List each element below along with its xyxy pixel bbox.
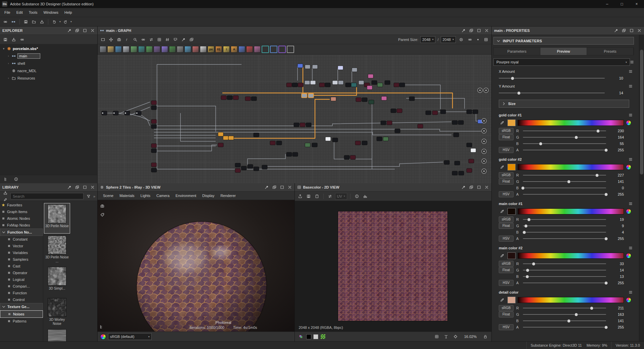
- library-item-3d-worley-noise[interactable]: 3D Worley Noise: [44, 297, 70, 327]
- background-swatch[interactable]: [306, 334, 311, 339]
- size-link-icon[interactable]: /: [437, 38, 438, 42]
- graph-node[interactable]: [459, 171, 464, 175]
- channel-R-value[interactable]: 230: [609, 129, 624, 133]
- grid-icon[interactable]: [156, 36, 163, 43]
- graph-input-node[interactable]: [113, 111, 118, 115]
- axis-icon[interactable]: [443, 333, 449, 340]
- dropper-icon[interactable]: [499, 119, 505, 126]
- channel-R-slider-knob[interactable]: [527, 218, 531, 221]
- close-icon[interactable]: [90, 28, 95, 33]
- graph-node[interactable]: [218, 143, 223, 147]
- dock-icon[interactable]: [188, 36, 195, 43]
- graph-node[interactable]: [308, 94, 314, 98]
- channel-G-value[interactable]: 14: [609, 268, 624, 272]
- channel-A-slider-knob[interactable]: [604, 326, 608, 329]
- y-amount-slider[interactable]: [499, 93, 605, 93]
- graph-node[interactable]: [397, 109, 402, 113]
- menu-windows[interactable]: Windows: [40, 8, 61, 17]
- graph-node[interactable]: [286, 152, 292, 156]
- minimize-button[interactable]: –: [600, 0, 614, 8]
- pin-icon[interactable]: [67, 185, 72, 190]
- maximize-icon[interactable]: [280, 185, 284, 190]
- graph-node[interactable]: [325, 137, 331, 141]
- channel-G-slider-knob[interactable]: [567, 180, 571, 184]
- warp-node-icon[interactable]: [146, 46, 153, 53]
- channel-A-slider[interactable]: [523, 283, 606, 283]
- graph-node[interactable]: [305, 65, 310, 69]
- graph-node[interactable]: [312, 65, 318, 69]
- hue-gradient-bar[interactable]: [518, 208, 624, 214]
- graph-node[interactable]: [454, 161, 460, 165]
- y-amount-slider-knob[interactable]: [517, 91, 521, 95]
- graph-node[interactable]: [473, 110, 478, 114]
- menu-icon[interactable]: [627, 156, 634, 163]
- import-icon[interactable]: [39, 18, 45, 25]
- float-button[interactable]: Float: [499, 311, 514, 317]
- foreground-swatch[interactable]: [313, 334, 318, 339]
- channel-G-slider-knob[interactable]: [575, 136, 578, 139]
- graph-node[interactable]: [381, 121, 386, 125]
- graph-input-node[interactable]: [124, 111, 130, 115]
- channel-G-slider-knob[interactable]: [524, 224, 528, 228]
- channel-A-value[interactable]: 255: [609, 325, 624, 329]
- graph-node[interactable]: [362, 141, 367, 145]
- channel-G-slider-knob[interactable]: [574, 313, 578, 316]
- graph-node[interactable]: [368, 74, 373, 78]
- zoom-lock-icon[interactable]: [482, 333, 489, 340]
- dock-icon[interactable]: [622, 28, 626, 33]
- graph-node[interactable]: [372, 81, 377, 85]
- graph-node[interactable]: [338, 81, 343, 85]
- srgb-button[interactable]: sRGB: [499, 305, 514, 311]
- levels-node-icon[interactable]: [192, 46, 199, 53]
- menu-icon[interactable]: [627, 289, 634, 296]
- parent-height-dropdown[interactable]: 2048▾: [441, 36, 456, 43]
- graph-output-node[interactable]: [484, 88, 488, 93]
- search-icon[interactable]: [132, 36, 139, 43]
- library-item-anisotro-noise[interactable]: Anisotro... Noise: [44, 328, 70, 341]
- channel-A-slider[interactable]: [523, 238, 606, 239]
- menu-file[interactable]: File: [1, 8, 13, 17]
- graph-node[interactable]: [151, 144, 157, 148]
- redo-caret-icon[interactable]: ▾: [70, 20, 72, 23]
- graph-node[interactable]: [254, 133, 259, 137]
- grid-toggle-icon[interactable]: [433, 333, 440, 340]
- tree-icon[interactable]: [3, 176, 9, 183]
- graph-node[interactable]: [444, 160, 449, 164]
- frame-gray-icon[interactable]: [287, 46, 294, 53]
- input-parameters-bar[interactable]: INPUT PARAMETERS: [493, 37, 634, 45]
- graph-output-node[interactable]: [482, 149, 486, 154]
- channel-G-slider[interactable]: [523, 270, 606, 270]
- graph-node[interactable]: [248, 164, 253, 168]
- color-wheel-icon[interactable]: [626, 164, 631, 170]
- float-button[interactable]: Float: [499, 134, 514, 140]
- view3d-viewport[interactable]: Photoreal Iterations: 1000/1000 Time: 4s…: [98, 200, 294, 332]
- dock-icon[interactable]: [75, 28, 79, 33]
- graph-output-node[interactable]: [482, 169, 486, 173]
- close-icon[interactable]: [484, 28, 489, 33]
- dot-icon[interactable]: [475, 36, 481, 43]
- output-node-icon[interactable]: [100, 46, 106, 53]
- graph-node[interactable]: [331, 97, 336, 101]
- graph-node[interactable]: [305, 143, 310, 147]
- dock-icon[interactable]: [272, 185, 277, 190]
- view3d-menu-scene[interactable]: Scene: [100, 194, 116, 198]
- export-icon[interactable]: [297, 193, 304, 200]
- graph-node[interactable]: [270, 141, 275, 145]
- graph-node[interactable]: [467, 143, 472, 147]
- color-swatch[interactable]: [507, 252, 516, 259]
- graph-node[interactable]: [221, 96, 226, 100]
- x-amount-slider-knob[interactable]: [511, 77, 515, 80]
- channel-R-slider[interactable]: [523, 131, 606, 131]
- channel-R-slider-knob[interactable]: [532, 262, 536, 266]
- library-item-3d-simpl-[interactable]: 3D Simpl...: [44, 265, 70, 296]
- channel-B-value[interactable]: 13: [609, 275, 624, 279]
- hue-gradient-bar[interactable]: [518, 164, 624, 170]
- tree-item-main[interactable]: ›main: [0, 52, 97, 60]
- graph-node[interactable]: [452, 171, 458, 175]
- channel-B-slider[interactable]: [523, 143, 606, 144]
- library-category-control[interactable]: Control: [0, 296, 43, 303]
- tree-item-resources[interactable]: ›Resources: [0, 74, 97, 82]
- maximize-button[interactable]: □: [614, 0, 629, 8]
- channel-R-value[interactable]: 211: [609, 306, 624, 310]
- tree-item-nacre_mdl[interactable]: nacre_MDL: [0, 67, 97, 74]
